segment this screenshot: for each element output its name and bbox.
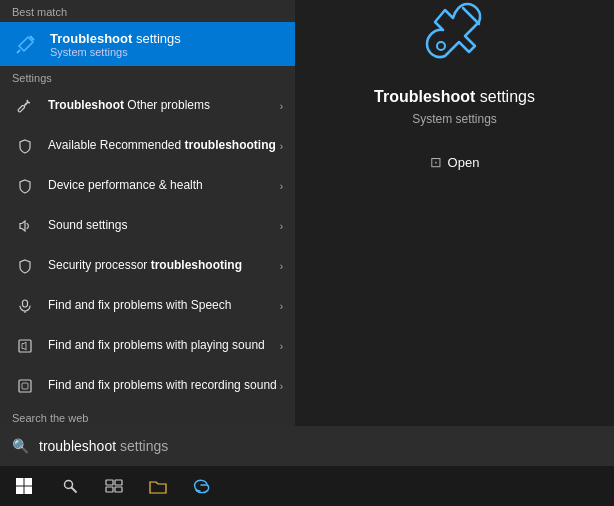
- item-text: Find and fix problems with recording sou…: [48, 378, 280, 394]
- search-query: troubleshoot: [39, 438, 116, 454]
- svg-rect-17: [115, 480, 122, 485]
- best-match-icon: [12, 30, 40, 58]
- playing-sound-icon: [12, 333, 38, 359]
- search-suffix: settings: [116, 438, 168, 454]
- search-web-label: Search the web: [0, 406, 295, 426]
- svg-rect-18: [106, 487, 113, 492]
- detail-wrench-icon: [415, 0, 495, 72]
- detail-subtitle: System settings: [412, 112, 497, 126]
- task-view-button[interactable]: [92, 466, 136, 506]
- svg-rect-4: [19, 340, 31, 352]
- best-match-item[interactable]: Troubleshoot settings System settings: [0, 22, 295, 66]
- microphone-icon: [12, 293, 38, 319]
- desktop: All Apps Documents Web More ▾ 👤 ✕ Best m…: [0, 0, 614, 506]
- item-text: Find and fix problems with Speech: [48, 298, 280, 314]
- wrench-icon: [12, 93, 38, 119]
- svg-point-9: [437, 42, 445, 50]
- svg-line-15: [72, 488, 77, 493]
- list-item[interactable]: Find and fix problems with recording sou…: [0, 366, 295, 406]
- edge-icon: [193, 477, 211, 495]
- list-item[interactable]: Available Recommended troubleshooting ›: [0, 126, 295, 166]
- svg-rect-2: [23, 300, 28, 307]
- chevron-right-icon: ›: [280, 141, 283, 152]
- chevron-right-icon: ›: [280, 101, 283, 112]
- open-icon: ⊡: [430, 154, 442, 170]
- shield-icon: [12, 253, 38, 279]
- svg-rect-19: [115, 487, 122, 492]
- item-text: Device performance & health: [48, 178, 280, 194]
- start-menu: All Apps Documents Web More ▾ 👤 ✕ Best m…: [0, 0, 614, 466]
- search-results-panel: All Apps Documents Web More ▾ 👤 ✕ Best m…: [0, 0, 295, 466]
- taskbar: [0, 466, 614, 506]
- item-text: Available Recommended troubleshooting: [48, 138, 280, 154]
- open-label: Open: [448, 155, 480, 170]
- recording-sound-icon: [12, 373, 38, 399]
- title-bold: Troubleshoot: [50, 31, 132, 46]
- chevron-right-icon: ›: [280, 341, 283, 352]
- search-bar-icon: 🔍: [12, 438, 29, 454]
- best-match-title: Troubleshoot settings: [50, 31, 283, 46]
- edge-button[interactable]: [180, 466, 224, 506]
- chevron-right-icon: ›: [280, 181, 283, 192]
- svg-rect-13: [25, 487, 33, 495]
- svg-rect-16: [106, 480, 113, 485]
- svg-rect-6: [22, 383, 28, 389]
- item-text-normal: Other problems: [124, 98, 210, 112]
- windows-icon: [15, 477, 33, 495]
- taskbar-search-icon: [62, 478, 78, 494]
- best-match-subtitle: System settings: [50, 46, 283, 58]
- open-button[interactable]: ⊡ Open: [422, 150, 488, 174]
- list-item[interactable]: Sound settings ›: [0, 206, 295, 246]
- taskbar-search-button[interactable]: [48, 466, 92, 506]
- detail-panel: Troubleshoot settings System settings ⊡ …: [295, 0, 614, 466]
- chevron-right-icon: ›: [280, 221, 283, 232]
- detail-title-bold: Troubleshoot: [374, 88, 475, 105]
- shield-icon: [12, 133, 38, 159]
- best-match-text: Troubleshoot settings System settings: [50, 31, 283, 58]
- item-text: Security processor troubleshooting: [48, 258, 280, 274]
- item-text: Sound settings: [48, 218, 280, 234]
- task-view-icon: [105, 479, 123, 493]
- search-bar: 🔍 troubleshoot settings: [0, 426, 614, 466]
- svg-rect-5: [19, 380, 31, 392]
- detail-title-normal: settings: [475, 88, 535, 105]
- item-text-bold: Troubleshoot: [48, 98, 124, 112]
- item-text: Troubleshoot Other problems: [48, 98, 280, 114]
- item-text: Find and fix problems with playing sound: [48, 338, 280, 354]
- chevron-right-icon: ›: [280, 381, 283, 392]
- item-text-bold: troubleshooting: [151, 258, 242, 272]
- list-item[interactable]: Find and fix problems with Speech ›: [0, 286, 295, 326]
- speaker-icon: [12, 213, 38, 239]
- settings-label: Settings: [0, 66, 295, 86]
- chevron-right-icon: ›: [280, 261, 283, 272]
- file-explorer-button[interactable]: [136, 466, 180, 506]
- file-explorer-icon: [149, 478, 167, 494]
- svg-rect-10: [16, 478, 24, 486]
- item-text-bold: troubleshooting: [185, 138, 276, 152]
- list-item[interactable]: Find and fix problems with playing sound…: [0, 326, 295, 366]
- svg-line-0: [17, 50, 20, 53]
- svg-rect-12: [16, 487, 24, 495]
- svg-rect-11: [25, 478, 33, 486]
- shield-icon: [12, 173, 38, 199]
- list-item[interactable]: Security processor troubleshooting ›: [0, 246, 295, 286]
- detail-title: Troubleshoot settings: [354, 88, 555, 106]
- search-bar-value: troubleshoot settings: [39, 438, 168, 454]
- start-button[interactable]: [0, 466, 48, 506]
- list-item[interactable]: Device performance & health ›: [0, 166, 295, 206]
- chevron-right-icon: ›: [280, 301, 283, 312]
- title-normal: settings: [132, 31, 180, 46]
- list-item[interactable]: Troubleshoot Other problems ›: [0, 86, 295, 126]
- best-match-label: Best match: [0, 0, 295, 22]
